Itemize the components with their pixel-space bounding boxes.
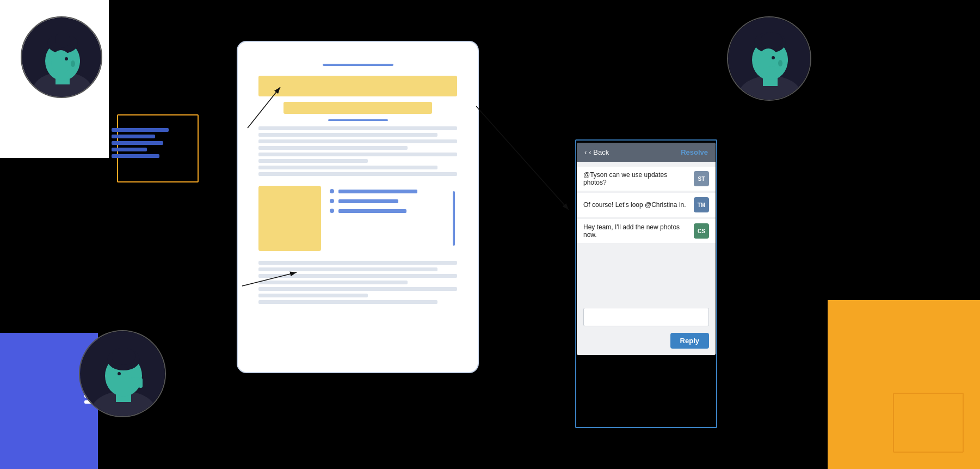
avatar-st: ST (694, 171, 709, 186)
svg-point-5 (55, 33, 70, 48)
doc-text-block-2 (258, 261, 457, 304)
reply-input[interactable] (583, 308, 709, 326)
document-mockup (237, 41, 479, 373)
reply-button[interactable]: Reply (670, 333, 709, 349)
doc-subtitle-highlight (283, 102, 433, 114)
svg-rect-17 (130, 378, 134, 389)
svg-rect-18 (134, 377, 139, 388)
person-avatar-top-right (727, 16, 811, 101)
panel-header: ‹ ‹ Back Resolve (577, 143, 716, 162)
svg-point-6 (51, 50, 71, 74)
message-2: Of course! Let's loop @Christina in. TM (577, 193, 716, 217)
avatar-tm: TM (694, 197, 709, 212)
panel-messages: @Tyson can we use updates photos? ST Of … (577, 162, 716, 248)
blue-lines-decoration-top (112, 128, 169, 158)
panel-spacer (577, 248, 716, 302)
doc-text-block-1 (258, 126, 457, 176)
svg-point-26 (761, 32, 782, 48)
resolve-button[interactable]: Resolve (681, 148, 708, 156)
svg-point-29 (772, 56, 775, 59)
message-text-1: @Tyson can we use updates photos? (583, 171, 694, 186)
doc-highlight-heading (258, 76, 457, 96)
avatar-cs: CS (694, 223, 709, 239)
back-label: ‹ Back (589, 148, 609, 156)
doc-list-section (330, 186, 444, 251)
person-avatar-bottom-left (79, 330, 166, 417)
person-avatar-top-left (21, 16, 102, 98)
chevron-left-icon: ‹ (584, 148, 587, 156)
svg-point-30 (778, 60, 782, 66)
svg-point-15 (112, 348, 135, 365)
doc-content-row (258, 186, 457, 251)
comment-panel: ‹ ‹ Back Resolve @Tyson can we use updat… (577, 143, 716, 355)
svg-line-36 (476, 106, 569, 210)
message-text-2: Of course! Let's loop @Christina in. (583, 201, 694, 209)
message-text-3: Hey team, I'll add the new photos now. (583, 223, 694, 239)
panel-footer: Reply (577, 330, 716, 355)
svg-point-20 (118, 372, 121, 375)
svg-point-31 (761, 66, 782, 77)
panel-input-row (577, 302, 716, 330)
orange-inner-border (893, 393, 964, 453)
doc-vertical-bar (453, 191, 455, 246)
message-1: @Tyson can we use updates photos? ST (577, 167, 716, 191)
svg-rect-19 (139, 378, 143, 388)
doc-title-bar (323, 64, 393, 66)
orange-decoration (828, 300, 980, 469)
back-button[interactable]: ‹ ‹ Back (584, 148, 609, 156)
svg-point-8 (65, 57, 68, 60)
doc-link-line (328, 119, 388, 121)
message-3: Hey team, I'll add the new photos now. C… (577, 219, 716, 243)
doc-image-placeholder (258, 186, 321, 251)
svg-point-9 (71, 60, 75, 67)
